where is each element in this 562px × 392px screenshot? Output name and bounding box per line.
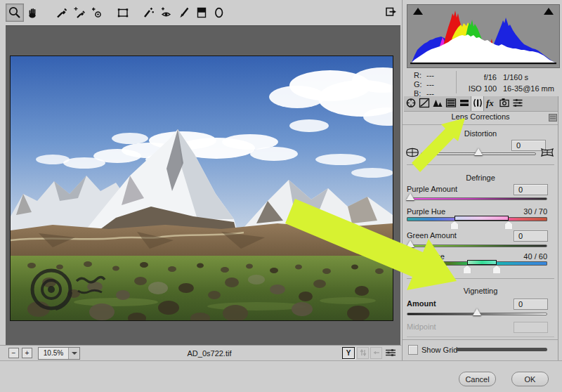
target-circle-icon — [90, 6, 104, 20]
highlight-clipping-icon — [544, 8, 554, 15]
zoom-out-button[interactable]: − — [8, 348, 19, 358]
toggle-fullscreen-button[interactable] — [384, 4, 399, 21]
r-label: R: — [414, 71, 426, 79]
shadow-clipping-icon — [413, 8, 423, 15]
green-amount-label: Green Amount — [407, 231, 457, 240]
panel-tabs: fx — [404, 96, 558, 112]
landscape-photo — [11, 56, 393, 320]
rgb-readout: R:--- G:--- B:--- — [414, 71, 434, 98]
tab-basic[interactable] — [404, 96, 417, 111]
vignetting-amount-slider[interactable] — [407, 313, 547, 315]
grid-size-slider[interactable] — [456, 348, 547, 351]
spot-removal-tool-button[interactable] — [140, 4, 157, 21]
curve-grid-icon — [419, 98, 430, 110]
preview-preferences-button[interactable] — [384, 348, 397, 359]
iso-value: ISO 100 — [464, 84, 497, 93]
zoom-level-select[interactable]: 10.5% — [38, 347, 80, 360]
purple-amount-slider[interactable] — [407, 197, 547, 200]
zoom-icon — [8, 6, 22, 20]
tab-detail[interactable] — [431, 96, 444, 111]
tab-split-toning[interactable] — [457, 96, 471, 111]
green-hue-min-thumb[interactable] — [464, 266, 471, 273]
defringe-title: Defringe — [403, 174, 558, 182]
distortion-title: Distortion — [403, 129, 558, 138]
two-bars-icon — [459, 98, 470, 110]
color-sampler-tool-button[interactable] — [71, 4, 88, 21]
purple-hue-min-thumb[interactable] — [451, 221, 459, 229]
hand-icon — [26, 6, 40, 20]
red-eye-tool-button[interactable] — [158, 4, 175, 21]
left-arrow-icon — [372, 348, 381, 358]
stripes-box-icon — [445, 98, 457, 110]
panel-title: Lens Corrections — [403, 112, 558, 121]
aperture-icon — [405, 98, 417, 110]
zoom-tool-button[interactable] — [6, 4, 24, 22]
histogram — [407, 4, 560, 68]
vignetting-title: Vignetting — [403, 287, 558, 295]
tab-presets[interactable] — [511, 96, 524, 111]
purple-amount-value[interactable]: 0 — [514, 184, 548, 195]
fullscreen-icon — [384, 13, 399, 21]
eyedropper-sparkle-icon — [72, 6, 86, 20]
vignetting-midpoint-label: Midpoint — [407, 322, 436, 331]
barrel-distortion-icon — [405, 148, 419, 159]
green-amount-value[interactable]: 0 — [514, 230, 548, 242]
sliders-icon — [384, 351, 397, 359]
graduated-filter-tool-button[interactable] — [193, 4, 210, 21]
lens-icon — [472, 98, 483, 110]
zoom-in-button[interactable]: + — [22, 348, 32, 358]
bottom-bar: − + 10.5% AD_0s722.tif Y — [6, 346, 400, 360]
purple-hue-range[interactable] — [455, 216, 509, 221]
camera-icon — [499, 98, 510, 110]
purple-amount-slider-thumb[interactable] — [406, 193, 414, 200]
green-hue-slider[interactable] — [407, 261, 547, 266]
purple-hue-slider[interactable] — [407, 217, 547, 221]
green-amount-slider[interactable] — [407, 244, 547, 247]
panel-menu-icon[interactable] — [549, 114, 557, 122]
adjustment-brush-tool-button[interactable] — [176, 4, 192, 21]
healing-brush-icon — [142, 6, 156, 20]
radial-filter-tool-button[interactable] — [211, 4, 228, 21]
tab-hsl-grayscale[interactable] — [444, 96, 457, 111]
preview-canvas — [6, 25, 400, 346]
fx-icon: fx — [485, 98, 497, 110]
brush-icon — [177, 6, 191, 20]
purple-hue-value: 30 / 70 — [487, 207, 547, 216]
show-grid-checkbox[interactable] — [408, 345, 418, 355]
g-label: G: — [414, 80, 426, 89]
purple-amount-label: Purple Amount — [407, 185, 457, 193]
histogram-plot — [407, 5, 559, 67]
r-value: --- — [426, 71, 434, 79]
purple-hue-max-thumb[interactable] — [505, 221, 513, 229]
distortion-slider-thumb[interactable] — [474, 148, 483, 155]
green-hue-label: Green Hue — [407, 252, 445, 261]
shutter-value: 1/160 s — [503, 73, 528, 82]
white-balance-tool-button[interactable] — [53, 4, 70, 21]
photo-preview[interactable] — [10, 55, 393, 321]
gradient-square-icon — [195, 6, 209, 20]
g-value: --- — [426, 80, 434, 89]
green-hue-max-thumb[interactable] — [493, 266, 501, 273]
vignetting-amount-slider-thumb[interactable] — [473, 308, 481, 315]
svg-text:fx: fx — [486, 98, 494, 108]
tab-lens-corrections[interactable] — [471, 96, 484, 111]
copy-settings-button[interactable] — [370, 347, 382, 359]
tab-tone-curve[interactable] — [417, 96, 431, 111]
green-hue-range[interactable] — [467, 260, 497, 265]
preview-mode-button[interactable]: Y — [342, 347, 355, 359]
vignetting-amount-label: Amount — [407, 299, 436, 308]
cancel-button[interactable]: Cancel — [459, 372, 496, 386]
distortion-slider[interactable] — [421, 152, 536, 155]
toolbar — [6, 3, 400, 22]
ellipse-icon — [212, 6, 226, 20]
preset-sliders-icon — [512, 98, 523, 110]
green-amount-slider-thumb[interactable] — [406, 240, 414, 247]
hand-tool-button[interactable] — [25, 4, 41, 21]
transform-tool-button[interactable] — [115, 4, 131, 21]
vignetting-amount-value[interactable]: 0 — [514, 299, 548, 310]
tab-camera-calibration[interactable] — [497, 96, 511, 111]
ok-button[interactable]: OK — [511, 372, 549, 386]
targeted-adjustment-tool-button[interactable] — [89, 4, 105, 21]
swap-before-after-button[interactable] — [357, 347, 369, 359]
tab-effects[interactable]: fx — [484, 96, 497, 111]
